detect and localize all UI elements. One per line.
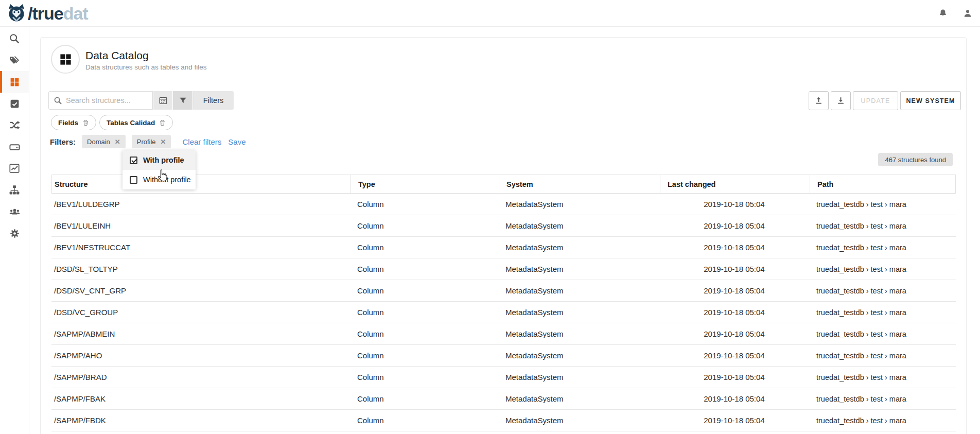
- table-row[interactable]: /DSD/VC_GROUP Column MetadataSystem 2019…: [51, 302, 956, 323]
- table-row[interactable]: /BEV1/LULEINH Column MetadataSystem 2019…: [51, 215, 956, 237]
- funnel-icon: [179, 96, 187, 105]
- column-header-last-changed[interactable]: Last changed: [660, 175, 810, 193]
- cell-last-changed: 2019-10-18 05:04: [659, 265, 809, 273]
- line-chart-icon: [9, 163, 20, 174]
- cell-path: truedat_testdb › test › mara: [809, 265, 956, 273]
- cell-type: Column: [350, 351, 498, 360]
- search-icon: [9, 33, 20, 44]
- sidebar: [0, 27, 29, 434]
- table-row[interactable]: /SAPMP/BRAD Column MetadataSystem 2019-1…: [51, 367, 956, 388]
- sidebar-item-taxonomy[interactable]: [0, 179, 29, 201]
- new-system-button[interactable]: NEW SYSTEM: [900, 91, 961, 110]
- cell-structure[interactable]: /SAPMP/ABMEIN: [51, 329, 350, 338]
- column-header-path[interactable]: Path: [810, 175, 955, 193]
- cell-system: MetadataSystem: [498, 265, 659, 273]
- cell-structure[interactable]: /SAPMP/FBDK: [51, 416, 350, 425]
- sidebar-item-settings[interactable]: [0, 222, 29, 244]
- saved-filter-pill[interactable]: Tablas Calidad: [99, 115, 173, 130]
- bell-icon[interactable]: [931, 8, 955, 19]
- column-header-structure[interactable]: Structure: [52, 175, 351, 193]
- filters-button[interactable]: Filters: [193, 91, 234, 110]
- remove-filter-icon[interactable]: ✕: [161, 138, 166, 146]
- saved-filter-pill[interactable]: Fields: [51, 115, 96, 130]
- cell-structure[interactable]: /SAPMP/AHO: [51, 351, 350, 360]
- sidebar-item-search[interactable]: [0, 28, 29, 49]
- upload-button[interactable]: [809, 91, 829, 110]
- download-icon: [836, 96, 846, 106]
- remove-filter-icon[interactable]: ✕: [115, 138, 120, 146]
- cell-structure[interactable]: /BEV1/LULDEGRP: [51, 200, 350, 209]
- cell-structure[interactable]: /DSD/SL_TOLTYP: [51, 265, 350, 273]
- cell-structure[interactable]: /DSD/SV_CNT_GRP: [51, 286, 350, 295]
- cell-last-changed: 2019-10-18 05:04: [659, 416, 809, 425]
- column-header-system[interactable]: System: [499, 175, 660, 193]
- cell-type: Column: [350, 265, 498, 273]
- table-row[interactable]: /SAPMP/AHO Column MetadataSystem 2019-10…: [51, 345, 956, 367]
- table-row[interactable]: /DSD/SL_TOLTYP Column MetadataSystem 201…: [51, 258, 956, 280]
- search-icon: [54, 96, 62, 105]
- update-button[interactable]: UPDATE: [853, 91, 898, 110]
- trash-icon[interactable]: [159, 119, 166, 126]
- cell-structure[interactable]: /DSD/VC_GROUP: [51, 308, 350, 317]
- user-icon[interactable]: [955, 8, 980, 19]
- search-box: [48, 91, 153, 110]
- cell-path: truedat_testdb › test › mara: [809, 373, 956, 381]
- clear-filters-link[interactable]: Clear filters: [182, 137, 221, 146]
- cell-system: MetadataSystem: [498, 351, 659, 360]
- download-button[interactable]: [831, 91, 851, 110]
- search-toolbar: Filters: [48, 91, 234, 110]
- data-catalog-panel: Data Catalog Data structures such as tab…: [40, 37, 967, 434]
- gear-icon: [9, 228, 20, 239]
- checkbox[interactable]: [130, 176, 137, 184]
- column-header-type[interactable]: Type: [351, 175, 499, 193]
- trash-icon[interactable]: [82, 119, 89, 126]
- cell-structure[interactable]: /SAPMP/FBAK: [51, 394, 350, 403]
- sitemap-icon: [9, 184, 20, 196]
- cell-path: truedat_testdb › test › mara: [809, 287, 956, 295]
- filter-toggle-button[interactable]: [173, 91, 192, 110]
- page-icon-badge: [51, 45, 80, 74]
- cell-system: MetadataSystem: [498, 308, 659, 317]
- cell-last-changed: 2019-10-18 05:04: [659, 329, 809, 338]
- save-filters-link[interactable]: Save: [228, 137, 246, 146]
- dropdown-option[interactable]: With profile: [122, 150, 196, 170]
- table-row[interactable]: /SAPMP/FBAK Column MetadataSystem 2019-1…: [51, 388, 956, 410]
- owl-logo-icon: [6, 3, 27, 24]
- cell-last-changed: 2019-10-18 05:04: [659, 394, 809, 403]
- dropdown-option[interactable]: Without profile: [122, 170, 196, 189]
- cell-system: MetadataSystem: [498, 243, 659, 252]
- top-bar: /truedat: [0, 0, 980, 27]
- filter-chip[interactable]: Profile ✕: [132, 135, 171, 148]
- truedat-logo[interactable]: /truedat: [6, 3, 88, 24]
- sidebar-item-lineage[interactable]: [0, 114, 29, 136]
- date-filter-button[interactable]: [153, 91, 172, 110]
- sidebar-item-insights[interactable]: [0, 158, 29, 179]
- cell-type: Column: [350, 416, 498, 425]
- sidebar-item-systems[interactable]: [0, 136, 29, 158]
- table-row[interactable]: /BEV1/NESTRUCCAT Column MetadataSystem 2…: [51, 237, 956, 258]
- cell-last-changed: 2019-10-18 05:04: [659, 308, 809, 317]
- cell-structure[interactable]: /BEV1/NESTRUCCAT: [51, 243, 350, 252]
- table-row[interactable]: /SAPMP/ABMEIN Column MetadataSystem 2019…: [51, 323, 956, 345]
- dropdown-option-label: With profile: [143, 156, 184, 164]
- checkbox[interactable]: [130, 157, 137, 164]
- sidebar-item-data-catalog[interactable]: [0, 71, 29, 93]
- sidebar-item-quality[interactable]: [0, 93, 29, 114]
- sidebar-item-users[interactable]: [0, 201, 29, 222]
- cell-system: MetadataSystem: [498, 286, 659, 295]
- table-row[interactable]: /DSD/SV_CNT_GRP Column MetadataSystem 20…: [51, 280, 956, 302]
- sidebar-item-tags[interactable]: [0, 49, 29, 71]
- cell-system: MetadataSystem: [498, 416, 659, 425]
- table-row[interactable]: /SAPMP/FBDK Column MetadataSystem 2019-1…: [51, 410, 956, 431]
- results-count-badge: 467 structures found: [878, 153, 953, 166]
- table-row[interactable]: /BEV1/LULDEGRP Column MetadataSystem 201…: [51, 194, 956, 215]
- filter-chip[interactable]: Domain ✕: [82, 135, 126, 148]
- server-icon: [9, 141, 21, 153]
- search-input[interactable]: [66, 96, 148, 105]
- filters-label: Filters:: [50, 137, 76, 146]
- cell-last-changed: 2019-10-18 05:04: [659, 373, 809, 381]
- cell-system: MetadataSystem: [498, 329, 659, 338]
- cell-structure[interactable]: /SAPMP/BRAD: [51, 373, 350, 381]
- dropdown-option-label: Without profile: [143, 176, 191, 184]
- cell-structure[interactable]: /BEV1/LULEINH: [51, 221, 350, 230]
